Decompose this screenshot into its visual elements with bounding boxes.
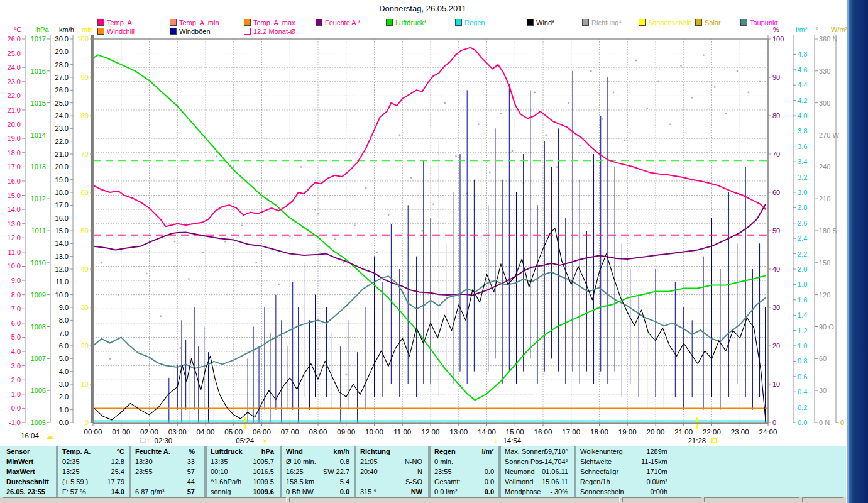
table-cell: sonnig — [211, 487, 231, 497]
axis-tick-label: 4.0 — [798, 112, 807, 119]
status-bar-segment — [3, 497, 287, 502]
axis-tick-label: 60 — [819, 355, 827, 362]
feuchte-line — [93, 204, 766, 295]
status-bar-segment — [704, 497, 799, 502]
temp-line — [93, 48, 766, 227]
axis-tick-label: 270 W — [819, 131, 839, 139]
table-column: Temp. A.°C02:3512.813:2525.4(+ 5.59 )17.… — [58, 446, 128, 497]
axis-tick-label: 0 — [840, 419, 844, 426]
table-cell: Richtung — [360, 446, 390, 456]
axis-tick-label: 26.0 — [8, 35, 21, 43]
table-row: 0.0 l/m²0.0 — [431, 487, 497, 497]
table-row: 20:40N — [356, 467, 426, 477]
table-cell: hPa — [261, 446, 274, 456]
table-cell: 11-15km — [641, 456, 667, 467]
weather-app-window: Donnerstag, 26.05.2011 Temp. A.Temp. A. … — [0, 0, 868, 503]
axis-tick-label: 11.0 — [8, 248, 21, 256]
table-row: Sichtweite11-15km — [576, 456, 671, 467]
axis-tick-label: 5.0 — [59, 355, 69, 362]
table-cell: 23:55 — [135, 467, 153, 477]
axis-tick-label: 3.2 — [798, 174, 807, 181]
table-column: SensorMinWertMaxWertDurchschnitt26.05. 2… — [3, 446, 55, 497]
axis-tick-label: 0.4 — [798, 388, 807, 395]
status-bar — [0, 497, 846, 503]
axis-tick-label: 60 — [772, 189, 780, 196]
axis-tick-label: 21.0 — [8, 106, 21, 114]
astro-time-label: 05:24 — [236, 437, 254, 445]
axis-tick-label: 17.0 — [55, 201, 69, 209]
table-cell: Gesamt: — [434, 477, 461, 487]
moonset-icon: ↓ — [494, 436, 498, 445]
table-cell: S-SO — [405, 477, 422, 487]
table-cell: Vollmond — [505, 477, 533, 487]
table-cell: 6.87 g/m³ — [135, 487, 164, 497]
table-cell: 59,718° — [544, 446, 568, 456]
axis-tick-label: 1.6 — [798, 296, 807, 304]
table-cell: 23:55 — [434, 467, 452, 477]
axis-tick-label: 2.2 — [798, 250, 807, 258]
axis-tick-label: 01:00 — [112, 428, 130, 436]
axis-tick-label: 13.0 — [55, 253, 69, 260]
table-row: 00:101016.5 — [207, 467, 277, 477]
table-cell: 25.4 — [111, 467, 124, 477]
axis-tick-label: 0.0 — [59, 419, 69, 426]
axis-tick-label: 20:00 — [647, 428, 665, 436]
axis-tick-label: 80 — [772, 112, 780, 119]
axis-tick-label: 20 — [81, 342, 89, 350]
luftdruck-line — [93, 55, 766, 400]
summary-table: SensorMinWertMaxWertDurchschnitt26.05. 2… — [0, 446, 846, 497]
axis-tick-label: 1013 — [31, 163, 46, 170]
table-cell: Regen/1h — [580, 477, 610, 487]
table-cell: 1289m — [646, 446, 667, 456]
table-cell: Durchschnitt — [6, 477, 49, 487]
axis-tick-label: 50 — [772, 227, 780, 235]
axis-tick-label: 100 — [772, 35, 784, 43]
table-cell: 26.05. 23:55 — [6, 487, 45, 497]
weather-chart: -1.00.01.02.03.04.05.06.07.08.09.010.011… — [0, 0, 846, 446]
table-column: Feuchte A.%13:303323:5557446.87 g/m³57 — [131, 446, 198, 497]
moon-phase-icon — [141, 438, 145, 443]
axis-tick-label: 40 — [772, 265, 780, 273]
axis-tick-label: 11.0 — [55, 278, 69, 285]
axis-tick-label: 90 — [772, 74, 780, 81]
axis-tick-label: 22.0 — [8, 92, 21, 99]
table-cell: 0.0 — [485, 477, 494, 487]
table-row: 26.05. 23:55 — [3, 487, 55, 497]
table-row: Mondphase- 30% — [501, 487, 571, 497]
axis-tick-label: 50 — [81, 227, 89, 235]
axis-tick-label: 3.4 — [798, 158, 807, 165]
axis-tick-label: 17.0 — [8, 163, 21, 170]
axis-tick-label: 150 — [819, 259, 830, 267]
table-cell: 315 ° — [360, 487, 376, 497]
axis-tick-label: 2.0 — [59, 393, 69, 401]
axis-tick-label: 24:00 — [759, 428, 777, 436]
table-cell: 1009.6 — [253, 487, 274, 497]
axis-tick-label: 1.0 — [59, 406, 69, 414]
table-cell: 1005.7 — [253, 456, 274, 467]
table-cell: MinWert — [6, 456, 33, 467]
axis-tick-label: 3.8 — [798, 127, 807, 135]
axis-tick-label: 1014 — [31, 131, 46, 139]
table-cell: F: 57 % — [62, 487, 86, 497]
table-row: 0 min. — [431, 456, 497, 467]
table-row: Gesamt:0.0 — [431, 477, 497, 487]
table-cell: 1016.5 — [253, 467, 274, 477]
axis-tick-label: 19:00 — [618, 428, 637, 436]
status-bar-segment — [289, 497, 620, 502]
axis-tick-label: 1007 — [31, 355, 46, 362]
table-row: 23:550.0 — [431, 467, 497, 477]
axis-tick-label: 0.2 — [798, 404, 807, 411]
axis-tick-label: 4.6 — [798, 66, 807, 74]
axis-tick-label: 0.0 — [11, 404, 21, 412]
table-cell: 0.0 — [340, 487, 349, 497]
axis-tick-label: 14.0 — [55, 240, 69, 247]
axis-tick-label: 09:00 — [337, 428, 355, 436]
axis-tick-label: 22:00 — [703, 428, 721, 436]
table-cell: 0:00h — [650, 487, 667, 497]
table-row: Wolkenunterg1289m — [576, 446, 671, 456]
table-cell: 5.4 — [340, 477, 349, 487]
axis-tick-label: 23.0 — [55, 124, 69, 132]
axis-tick-label: 21.0 — [55, 150, 69, 158]
axis-tick-label: 23.0 — [8, 78, 21, 86]
table-cell: Schneefallgr — [580, 467, 618, 477]
